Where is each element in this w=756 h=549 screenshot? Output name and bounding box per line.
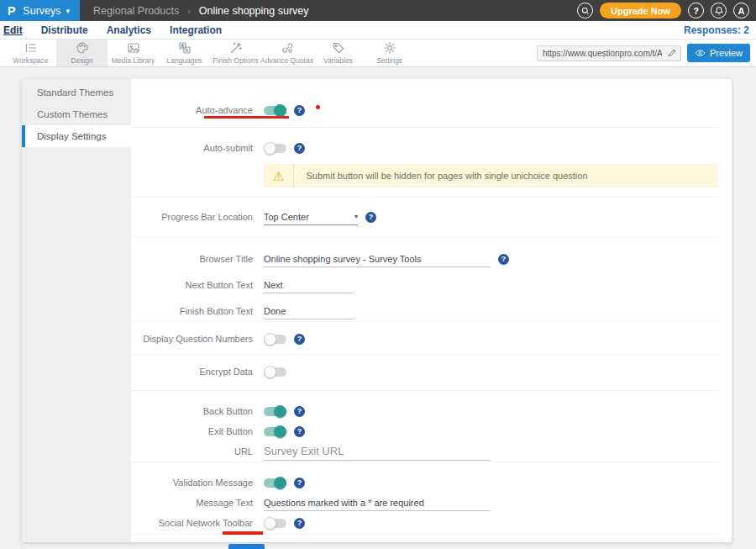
upgrade-now-button[interactable]: Upgrade Now [600, 3, 681, 18]
progress-bar-location-select[interactable]: Top Center ▾ [264, 209, 358, 225]
topbar-actions: Upgrade Now ? A [577, 3, 756, 18]
toolbar-item-label: Advance Quotas [260, 56, 313, 65]
message-text-input[interactable] [264, 494, 491, 511]
exit-button-toggle[interactable] [264, 427, 286, 436]
edit-pencil-icon[interactable] [667, 48, 677, 58]
finish-button-text-input[interactable] [264, 303, 354, 319]
notifications-button[interactable] [711, 3, 727, 18]
toolbar-item-label: Media Library [112, 56, 155, 65]
warning-text: Submit button will be hidden for pages w… [294, 171, 587, 181]
nav-tab-distribute[interactable]: Distribute [41, 24, 88, 36]
toolbar-item-label: Variables [323, 56, 353, 65]
setting-row-auto-submit: Auto-submit ? [131, 138, 718, 158]
encrypt-data-label: Encrypt Data [131, 367, 253, 377]
surveys-dropdown[interactable]: Surveys ▾ [23, 5, 70, 17]
save-button[interactable]: Save [228, 544, 265, 549]
design-toolbar: Workspace Design Media Library Languages… [0, 40, 756, 67]
toolbar-item-workspace[interactable]: Workspace [5, 40, 56, 66]
survey-nav: Edit Distribute Analytics Integration Re… [0, 21, 756, 40]
help-icon[interactable]: ? [294, 105, 305, 116]
auto-submit-label: Auto-submit [131, 143, 253, 153]
help-icon[interactable]: ? [365, 212, 376, 223]
toolbar-item-finish-options[interactable]: Finish Options [210, 40, 261, 66]
setting-row-exit-url: URL [131, 441, 718, 462]
toggle-knob [264, 142, 276, 155]
sidebar-item-standard-themes[interactable]: Standard Themes [22, 82, 131, 103]
toggle-knob [274, 425, 286, 438]
help-icon[interactable]: ? [294, 334, 305, 345]
auto-advance-toggle[interactable] [264, 106, 286, 115]
design-icon [76, 41, 89, 55]
toolbar-item-advance-quotas[interactable]: Advance Quotas [261, 40, 312, 66]
help-icon[interactable]: ? [294, 518, 305, 529]
toolbar-item-variables[interactable]: Variables [312, 40, 364, 66]
toolbar-item-media-library[interactable]: Media Library [108, 40, 159, 66]
exit-url-label: URL [131, 446, 253, 457]
toolbar-item-label: Settings [376, 56, 402, 65]
advance-quotas-icon [281, 41, 294, 55]
toolbar-item-label: Languages [166, 56, 202, 65]
encrypt-data-toggle[interactable] [264, 367, 286, 377]
section-navigation-buttons: Back Button ? Exit Button ? URL [131, 391, 718, 462]
setting-row-validation-message: Validation Message ? [131, 472, 718, 493]
topbar: P Surveys ▾ Regional Products › Online s… [0, 0, 756, 21]
validation-message-label: Validation Message [131, 478, 253, 488]
avatar[interactable]: A [733, 3, 749, 18]
annotation-red-dot [316, 105, 320, 109]
nav-tab-analytics[interactable]: Analytics [107, 24, 151, 36]
progress-bar-location-label: Progress Bar Location [131, 212, 253, 222]
toolbar-item-label: Workspace [13, 56, 48, 65]
exit-url-input[interactable] [264, 442, 491, 461]
next-button-text-label: Next Button Text [131, 280, 253, 290]
help-icon[interactable]: ? [294, 143, 305, 154]
preview-button-label: Preview [710, 48, 743, 58]
sidebar-item-custom-themes[interactable]: Custom Themes [22, 103, 131, 125]
toolbar-item-design[interactable]: Design [56, 40, 108, 66]
back-button-toggle[interactable] [264, 407, 286, 416]
help-icon[interactable]: ? [294, 406, 305, 417]
search-button[interactable] [577, 3, 593, 18]
nav-tab-integration[interactable]: Integration [170, 24, 222, 36]
display-question-numbers-toggle[interactable] [264, 335, 286, 344]
sidebar-item-display-settings[interactable]: Display Settings [22, 125, 131, 147]
toolbar-item-label: Design [71, 56, 92, 65]
brand-section: P Surveys ▾ [0, 0, 80, 21]
settings-gear-icon [383, 41, 396, 55]
section-save: Save [131, 535, 718, 549]
section-auto-submit: Auto-submit ? ⚠ Submit button will be hi… [131, 128, 718, 197]
social-network-toolbar-toggle[interactable] [264, 519, 286, 528]
help-icon[interactable]: ? [294, 426, 305, 437]
setting-row-exit-button: Exit Button ? [131, 421, 718, 441]
help-icon[interactable]: ? [294, 478, 305, 488]
survey-url-input[interactable] [537, 45, 681, 61]
toolbar-item-settings[interactable]: Settings [364, 40, 415, 66]
questionpro-logo[interactable]: P [8, 5, 15, 17]
toggle-knob [274, 477, 286, 489]
setting-row-social-network-toolbar: Social Network Toolbar ? [131, 513, 718, 533]
warning-triangle-icon: ⚠ [264, 170, 293, 182]
section-question-numbers: Display Question Numbers ? [131, 322, 718, 354]
annotation-underline-save [223, 531, 263, 535]
validation-message-toggle[interactable] [264, 478, 286, 488]
setting-row-encrypt-data: Encrypt Data [131, 362, 718, 382]
responses-count[interactable]: Responses: 2 [684, 24, 749, 36]
section-auto-advance: Auto-advance ? [131, 79, 718, 127]
browser-title-input[interactable] [264, 251, 491, 267]
toolbar-item-languages[interactable]: Languages [159, 40, 210, 66]
back-button-label: Back Button [131, 406, 253, 416]
nav-tab-edit[interactable]: Edit [3, 24, 23, 36]
preview-button[interactable]: Preview [687, 44, 750, 62]
toggle-knob [274, 405, 286, 418]
help-button[interactable]: ? [688, 3, 704, 18]
auto-submit-toggle[interactable] [264, 144, 286, 153]
breadcrumb-parent[interactable]: Regional Products [93, 5, 179, 17]
themes-sidebar: Standard Themes Custom Themes Display Se… [22, 79, 131, 542]
eye-icon [695, 49, 706, 57]
next-button-text-input[interactable] [264, 277, 354, 293]
help-icon[interactable]: ? [498, 254, 509, 265]
chevron-down-icon: ▾ [354, 213, 358, 220]
auto-advance-label: Auto-advance [131, 105, 253, 115]
annotation-underline-auto-advance [204, 116, 289, 119]
search-icon [580, 6, 591, 16]
setting-row-progress-bar-location: Progress Bar Location Top Center ▾ ? [131, 207, 718, 227]
